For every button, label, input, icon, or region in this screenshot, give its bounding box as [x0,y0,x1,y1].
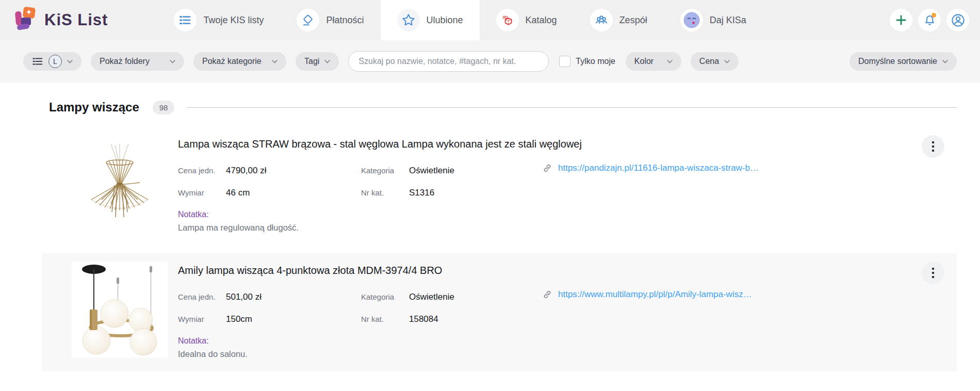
brand-logo[interactable]: KiS List [13,7,108,34]
categories-dropdown[interactable]: Pokaż kategorie [193,52,286,71]
chevron-down-icon [724,60,730,63]
star-icon [397,9,420,31]
product-fields: Cena jedn. 501,00 zł Kategoria Oświetlen… [178,289,957,324]
folders-dropdown[interactable]: Pokaż foldery [91,52,184,71]
plus-icon [894,13,908,27]
filter-bar: L Pokaż foldery Pokaż kategorie Tagi Tyl… [0,40,980,83]
nav-item-favorites[interactable]: Ulubione [381,0,480,40]
nav-label: Ulubione [427,15,463,26]
product-image[interactable] [72,135,168,231]
product-title: Lampa wisząca STRAW brązowa - stal węglo… [178,138,957,150]
nav-label: Twoje KIS listy [203,15,264,26]
price-value: 501,00 zł [226,292,262,302]
sort-dropdown[interactable]: Domyślne sortowanie [850,52,957,71]
chevron-down-icon [942,60,948,63]
nav-item-daj-kisa[interactable]: Daj KISa [664,0,763,40]
note-label: Notatka: [178,210,957,219]
categories-dropdown-label: Pokaż kategorie [202,57,262,66]
catalog-3d-icon: 3D [496,9,519,31]
chevron-down-icon [324,60,330,63]
dimension-value: 46 cm [226,188,250,198]
product-link-cell: https://pandizajn.pl/11616-lampa-wiszaca… [542,163,957,173]
product-details: Amily lampa wisząca 4-punktowa złota MDM… [178,262,957,359]
count-badge: 98 [153,101,175,115]
note-label: Notatka: [178,336,957,346]
kebab-icon [932,268,934,270]
notifications-button[interactable] [918,9,941,31]
price-value: 4790,00 zł [226,166,266,176]
catalog-value: S1316 [409,188,434,198]
section-header: Lampy wiszące 98 [42,100,957,115]
color-dropdown-label: Kolor [634,57,654,66]
product-fields: Cena jedn. 4790,00 zł Kategoria Oświetle… [178,163,957,198]
page-title: Lampy wiszące [49,100,139,115]
product-title: Amily lampa wisząca 4-punktowa złota MDM… [178,265,957,276]
notification-dot [932,13,936,18]
price-dropdown-label: Cena [699,57,719,66]
product-menu-button[interactable] [922,135,944,158]
product-card: Lampa wisząca STRAW brązowa - stal węglo… [42,127,957,245]
folders-dropdown-label: Pokaż foldery [100,57,150,66]
category-field: Kategoria Oświetlenie [361,166,542,176]
dimension-value: 150cm [226,314,252,324]
product-url-link[interactable]: https://www.multilampy.pl/pl/p/Amily-lam… [558,289,752,300]
catalog-field: Nr kat. S1316 [361,188,542,198]
team-icon [590,9,613,31]
top-nav: KiS List Twoje KIS listy Płatności [0,0,980,40]
catalog-field: Nr kat. 158084 [361,314,542,324]
chevron-down-icon [67,60,73,63]
product-link-cell: https://www.multilampy.pl/pl/p/Amily-lam… [542,289,957,300]
sort-dropdown-label: Domyślne sortowanie [858,57,937,66]
catalog-label: Nr kat. [361,188,409,197]
list-icon [174,9,197,31]
category-field: Kategoria Oświetlenie [361,292,542,302]
product-details: Lampa wisząca STRAW brązowa - stal węglo… [178,135,957,233]
nav-label: Zespół [619,15,647,26]
catalog-label: Nr kat. [361,315,409,323]
account-icon [951,13,966,28]
note-text: Lampa ma regulowaną długość. [178,223,957,233]
dimension-field: Wymiar 150cm [178,314,361,324]
category-label: Kategoria [361,292,409,301]
catalog-value: 158084 [409,314,438,324]
brand-logo-icon [13,7,39,34]
tags-dropdown-label: Tagi [304,57,319,66]
current-list-letter: L [48,55,62,68]
dimension-label: Wymiar [178,315,226,323]
only-mine-label: Tylko moje [576,57,615,66]
payments-icon [297,9,319,31]
main-menu: Twoje KIS listy Płatności Ulubione [157,0,762,40]
product-image[interactable] [72,262,168,357]
category-value: Oświetlenie [409,166,454,176]
product-menu-button[interactable] [922,262,944,284]
nav-label: Katalog [526,15,557,26]
main-content: Lampy wiszące 98 Lampa wisząca STRAW brą… [0,83,980,371]
add-button[interactable] [890,9,912,31]
product-url-link[interactable]: https://pandizajn.pl/11616-lampa-wiszaca… [558,163,759,173]
product-card: Amily lampa wisząca 4-punktowa złota MDM… [42,253,957,371]
nav-label: Daj KISa [710,15,746,26]
kebab-icon [932,141,934,143]
nav-item-team[interactable]: Zespół [574,0,664,40]
search-input[interactable] [348,51,549,72]
price-label: Cena jedn. [178,166,226,175]
nav-actions [890,9,969,31]
price-dropdown[interactable]: Cena [691,52,739,71]
dimension-label: Wymiar [178,188,226,197]
price-label: Cena jedn. [178,292,226,301]
tags-dropdown[interactable]: Tagi [296,52,339,71]
list-view-icon [32,56,43,67]
price-field: Cena jedn. 501,00 zł [178,292,361,302]
list-switcher-dropdown[interactable]: L [23,52,81,71]
nav-item-payments[interactable]: Płatności [280,0,380,40]
section-divider [187,107,957,108]
only-mine-checkbox-group[interactable]: Tylko moje [559,56,615,67]
link-icon [542,289,552,300]
only-mine-checkbox[interactable] [559,56,570,67]
color-dropdown[interactable]: Kolor [626,52,681,71]
account-button[interactable] [946,9,969,31]
nav-item-catalog[interactable]: 3D Katalog [480,0,574,40]
kiss-emoji-icon [680,9,703,31]
chevron-down-icon [272,60,277,63]
nav-item-your-lists[interactable]: Twoje KIS listy [157,0,280,40]
